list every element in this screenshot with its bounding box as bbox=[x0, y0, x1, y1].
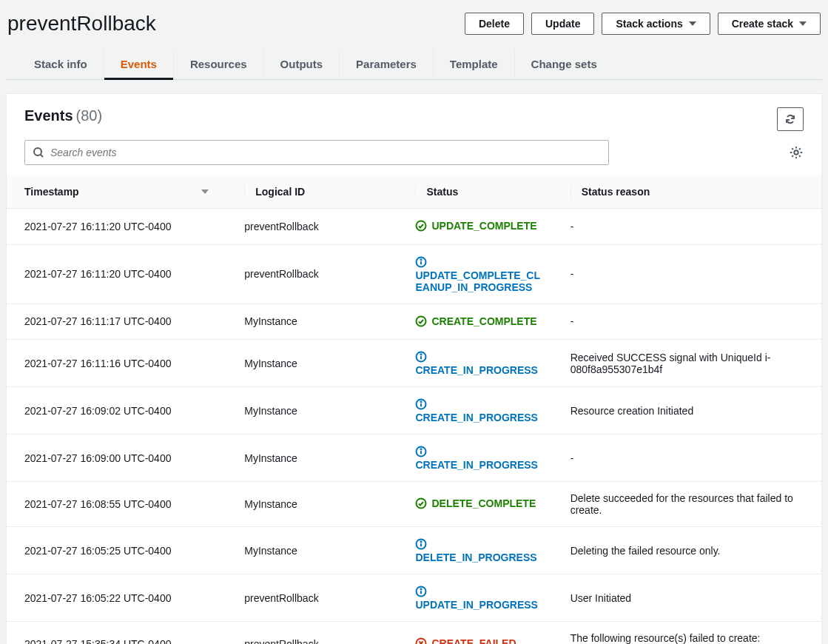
table-row: 2021-07-27 16:05:22 UTC-0400preventRollb… bbox=[7, 574, 821, 622]
status-text: DELETE_COMPLETE bbox=[431, 497, 536, 511]
cell-reason: - bbox=[553, 209, 821, 245]
col-header-reason-label: Status reason bbox=[582, 186, 650, 198]
tab-template[interactable]: Template bbox=[434, 49, 515, 79]
cell-timestamp: 2021-07-27 16:09:00 UTC-0400 bbox=[7, 435, 226, 482]
table-row: 2021-07-27 16:11:20 UTC-0400preventRollb… bbox=[7, 244, 821, 303]
col-header-logical-id[interactable]: Logical ID bbox=[226, 175, 397, 209]
svg-point-1 bbox=[794, 150, 798, 155]
status-text[interactable]: UPDATE_IN_PROGRESS bbox=[415, 599, 545, 611]
table-row: 2021-07-27 15:35:34 UTC-0400preventRollb… bbox=[7, 622, 821, 644]
svg-point-11 bbox=[421, 449, 422, 449]
cell-logical-id: MyInstance bbox=[226, 303, 397, 340]
svg-point-7 bbox=[421, 354, 422, 355]
table-row: 2021-07-27 16:11:16 UTC-0400MyInstanceCR… bbox=[7, 340, 821, 387]
info-icon bbox=[415, 586, 427, 597]
svg-point-9 bbox=[421, 401, 422, 402]
table-row: 2021-07-27 16:11:20 UTC-0400preventRollb… bbox=[7, 209, 821, 245]
cell-timestamp: 2021-07-27 16:05:22 UTC-0400 bbox=[7, 574, 226, 622]
status-text[interactable]: DELETE_IN_PROGRESS bbox=[415, 551, 545, 563]
cell-logical-id: MyInstance bbox=[226, 340, 397, 387]
status-text[interactable]: CREATE_IN_PROGRESS bbox=[415, 459, 545, 471]
success-icon bbox=[415, 315, 427, 327]
cell-logical-id: MyInstance bbox=[226, 435, 397, 482]
tab-change-sets[interactable]: Change sets bbox=[515, 49, 613, 79]
update-button-label: Update bbox=[545, 18, 580, 30]
cell-timestamp: 2021-07-27 16:08:55 UTC-0400 bbox=[7, 482, 226, 527]
page-header: preventRollback Delete Update Stack acti… bbox=[6, 6, 822, 43]
col-header-timestamp[interactable]: Timestamp bbox=[7, 175, 226, 209]
tab-resources[interactable]: Resources bbox=[174, 49, 264, 79]
cell-reason: Deleting the failed resource only. bbox=[553, 527, 821, 574]
cell-logical-id: MyInstance bbox=[226, 527, 397, 574]
search-box[interactable] bbox=[24, 140, 609, 165]
panel-count: (80) bbox=[75, 107, 102, 124]
cell-reason: Delete succeeded for the resources that … bbox=[553, 482, 821, 527]
tab-stack-info[interactable]: Stack info bbox=[18, 49, 104, 79]
cell-reason: The following resource(s) failed to crea… bbox=[553, 622, 821, 644]
svg-point-4 bbox=[421, 259, 422, 260]
table-row: 2021-07-27 16:09:00 UTC-0400MyInstanceCR… bbox=[7, 435, 821, 482]
cell-logical-id: preventRollback bbox=[226, 244, 397, 303]
success-icon bbox=[415, 220, 427, 232]
col-header-status[interactable]: Status bbox=[397, 175, 552, 209]
info-icon bbox=[415, 398, 427, 410]
cell-reason: Received SUCCESS signal with UniqueId i-… bbox=[553, 340, 821, 387]
table-row: 2021-07-27 16:05:25 UTC-0400MyInstanceDE… bbox=[7, 527, 821, 574]
stack-actions-label: Stack actions bbox=[616, 18, 682, 30]
settings-button[interactable] bbox=[789, 145, 804, 160]
info-icon bbox=[415, 351, 427, 363]
cell-status: CREATE_FAILED bbox=[397, 622, 552, 644]
refresh-button[interactable] bbox=[777, 107, 804, 131]
cell-timestamp: 2021-07-27 16:11:16 UTC-0400 bbox=[7, 340, 226, 387]
col-header-timestamp-label: Timestamp bbox=[24, 186, 79, 198]
panel-title: Events bbox=[24, 107, 73, 124]
status-text[interactable]: CREATE_IN_PROGRESS bbox=[415, 412, 545, 423]
cell-status: CREATE_COMPLETE bbox=[397, 303, 552, 340]
update-button[interactable]: Update bbox=[531, 13, 594, 35]
cell-reason: User Initiated bbox=[553, 574, 821, 622]
svg-point-14 bbox=[421, 541, 422, 542]
svg-point-0 bbox=[34, 148, 41, 155]
tab-bar: Stack infoEventsResourcesOutputsParamete… bbox=[6, 49, 822, 80]
cell-timestamp: 2021-07-27 16:11:17 UTC-0400 bbox=[7, 303, 226, 340]
cell-reason: Resource creation Initiated bbox=[553, 387, 821, 435]
tab-events[interactable]: Events bbox=[104, 49, 174, 79]
cell-status: CREATE_IN_PROGRESS bbox=[397, 435, 552, 482]
tab-parameters[interactable]: Parameters bbox=[340, 49, 434, 79]
search-input[interactable] bbox=[44, 147, 601, 158]
chevron-down-icon bbox=[799, 21, 807, 26]
cell-timestamp: 2021-07-27 16:09:02 UTC-0400 bbox=[7, 387, 226, 435]
col-header-logical-id-label: Logical ID bbox=[255, 186, 305, 198]
cell-status: CREATE_IN_PROGRESS bbox=[397, 340, 552, 387]
cell-status: CREATE_IN_PROGRESS bbox=[397, 387, 552, 435]
header-actions: Delete Update Stack actions Create stack bbox=[465, 13, 821, 35]
status-text: UPDATE_COMPLETE bbox=[431, 219, 536, 234]
events-panel: Events (80) bbox=[6, 93, 822, 644]
status-text[interactable]: CREATE_IN_PROGRESS bbox=[415, 364, 545, 376]
svg-point-16 bbox=[421, 588, 422, 589]
cell-logical-id: preventRollback bbox=[226, 622, 397, 644]
success-icon bbox=[415, 497, 427, 509]
col-header-reason[interactable]: Status reason bbox=[553, 175, 821, 209]
cell-status: UPDATE_COMPLETE_CLEANUP_IN_PROGRESS bbox=[397, 244, 552, 303]
gear-icon bbox=[789, 145, 804, 160]
info-icon bbox=[415, 256, 427, 268]
status-text[interactable]: UPDATE_COMPLETE_CLEANUP_IN_PROGRESS bbox=[415, 269, 545, 293]
cell-logical-id: MyInstance bbox=[226, 482, 397, 527]
sort-desc-icon bbox=[201, 189, 209, 194]
cell-timestamp: 2021-07-27 16:11:20 UTC-0400 bbox=[7, 244, 226, 303]
error-icon bbox=[415, 637, 427, 644]
cell-logical-id: preventRollback bbox=[226, 574, 397, 622]
status-text: CREATE_FAILED bbox=[431, 637, 516, 644]
stack-actions-button[interactable]: Stack actions bbox=[602, 13, 710, 35]
cell-logical-id: MyInstance bbox=[226, 387, 397, 435]
table-row: 2021-07-27 16:09:02 UTC-0400MyInstanceCR… bbox=[7, 387, 821, 435]
cell-reason: - bbox=[553, 435, 821, 482]
refresh-icon bbox=[784, 113, 796, 125]
tab-outputs[interactable]: Outputs bbox=[264, 49, 340, 79]
create-stack-label: Create stack bbox=[732, 18, 793, 30]
create-stack-button[interactable]: Create stack bbox=[718, 13, 821, 35]
cell-status: DELETE_IN_PROGRESS bbox=[397, 527, 552, 574]
status-text: CREATE_COMPLETE bbox=[431, 315, 536, 329]
delete-button[interactable]: Delete bbox=[465, 13, 524, 35]
